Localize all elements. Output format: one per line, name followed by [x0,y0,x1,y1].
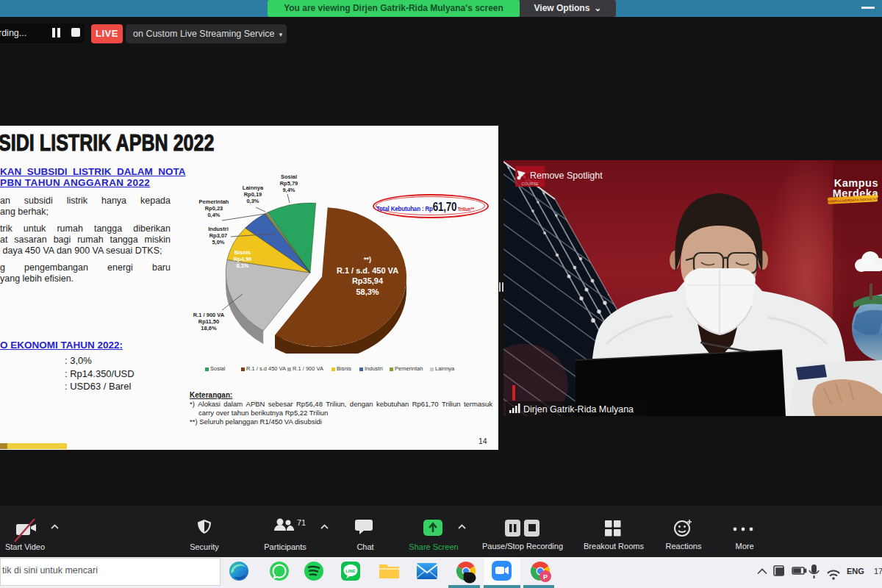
svg-text:COURSE: COURSE [521,182,539,186]
svg-text:Remove Spotlight: Remove Spotlight [530,171,603,181]
svg-text:Dirjen Gatrik-Rida Mulyana: Dirjen Gatrik-Rida Mulyana [523,404,634,415]
svg-text:71: 71 [297,518,306,527]
svg-text:17: 17 [874,567,882,576]
svg-text:P: P [543,573,548,581]
svg-text:ENG: ENG [847,567,864,576]
svg-text:LINE: LINE [345,569,356,573]
